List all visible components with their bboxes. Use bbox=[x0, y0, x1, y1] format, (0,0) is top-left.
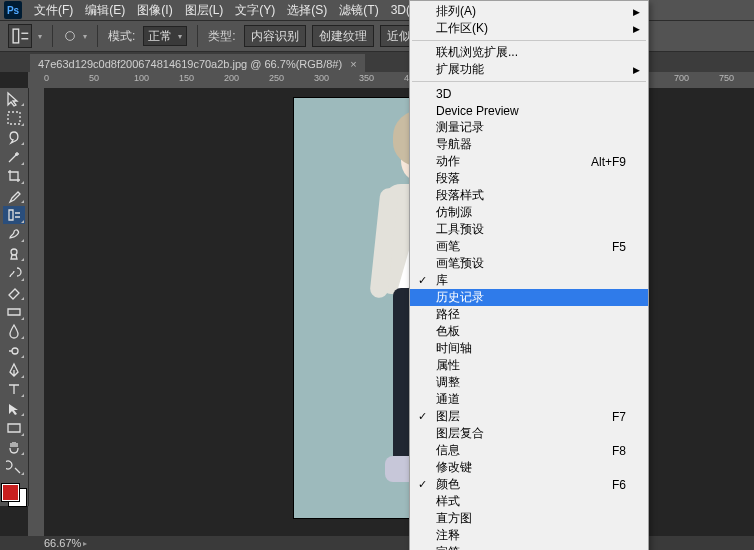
ruler-tick: 300 bbox=[314, 73, 329, 83]
shape-tool[interactable] bbox=[3, 419, 25, 436]
menu-item[interactable]: 图层(L) bbox=[179, 0, 230, 20]
blur-tool[interactable] bbox=[3, 323, 25, 340]
menu-entry[interactable]: 历史记录 bbox=[410, 289, 648, 306]
chevron-down-icon: ▾ bbox=[178, 32, 182, 41]
menu-entry[interactable]: 色板 bbox=[410, 323, 648, 340]
menu-entry-label: 段落样式 bbox=[436, 187, 484, 204]
menu-entry[interactable]: 图层复合 bbox=[410, 425, 648, 442]
content-aware-button[interactable]: 内容识别 bbox=[244, 25, 306, 47]
ruler-tick: 250 bbox=[269, 73, 284, 83]
stamp-tool[interactable] bbox=[3, 245, 25, 262]
menu-entry-label: 颜色 bbox=[436, 476, 460, 493]
menu-entry[interactable]: 修改键 bbox=[410, 459, 648, 476]
menu-entry-label: 修改键 bbox=[436, 459, 472, 476]
menu-entry[interactable]: 画笔F5 bbox=[410, 238, 648, 255]
ruler-tick: 150 bbox=[179, 73, 194, 83]
menu-entry[interactable]: 联机浏览扩展... bbox=[410, 44, 648, 61]
menu-item[interactable]: 文件(F) bbox=[28, 0, 79, 20]
ruler-tick: 750 bbox=[719, 73, 734, 83]
create-texture-button[interactable]: 创建纹理 bbox=[312, 25, 374, 47]
menu-entry[interactable]: ✓图层F7 bbox=[410, 408, 648, 425]
history-brush-tool[interactable] bbox=[3, 264, 25, 281]
vertical-ruler bbox=[28, 88, 45, 536]
sample-arrow[interactable]: ▾ bbox=[83, 32, 87, 41]
healing-brush-tool[interactable] bbox=[3, 206, 25, 223]
color-swatches[interactable] bbox=[2, 484, 26, 507]
mode-dropdown[interactable]: 正常▾ bbox=[143, 26, 187, 46]
zoom-level[interactable]: 66.67% bbox=[44, 537, 81, 549]
menu-item[interactable]: 选择(S) bbox=[281, 0, 333, 20]
sample-icon[interactable] bbox=[63, 29, 77, 43]
menu-entry[interactable]: 动作Alt+F9 bbox=[410, 153, 648, 170]
menu-entry-label: 扩展功能 bbox=[436, 61, 484, 78]
foreground-color-swatch[interactable] bbox=[2, 484, 19, 501]
crop-tool[interactable] bbox=[3, 168, 25, 185]
menu-item[interactable]: 图像(I) bbox=[131, 0, 178, 20]
menu-separator bbox=[412, 81, 646, 82]
menu-entry-label: 段落 bbox=[436, 170, 460, 187]
menu-entry[interactable]: 时间轴 bbox=[410, 340, 648, 357]
menu-entry[interactable]: 扩展功能▶ bbox=[410, 61, 648, 78]
hand-tool[interactable] bbox=[3, 439, 25, 456]
menu-entry[interactable]: 调整 bbox=[410, 374, 648, 391]
menu-entry-label: 排列(A) bbox=[436, 3, 476, 20]
menu-entry[interactable]: 工具预设 bbox=[410, 221, 648, 238]
menu-shortcut: F7 bbox=[612, 410, 626, 424]
menu-item[interactable]: 编辑(E) bbox=[79, 0, 131, 20]
menu-entry[interactable]: Device Preview bbox=[410, 102, 648, 119]
menu-entry-label: 动作 bbox=[436, 153, 460, 170]
menu-entry-label: 联机浏览扩展... bbox=[436, 44, 518, 61]
menu-entry[interactable]: 测量记录 bbox=[410, 119, 648, 136]
menu-entry-label: 工作区(K) bbox=[436, 20, 488, 37]
lasso-tool[interactable] bbox=[3, 129, 25, 146]
menu-entry[interactable]: ✓颜色F6 bbox=[410, 476, 648, 493]
menu-entry[interactable]: 路径 bbox=[410, 306, 648, 323]
mode-label: 模式: bbox=[108, 28, 135, 45]
dodge-tool[interactable] bbox=[3, 342, 25, 359]
menu-entry[interactable]: 信息F8 bbox=[410, 442, 648, 459]
app-logo: Ps bbox=[4, 1, 22, 19]
pen-tool[interactable] bbox=[3, 361, 25, 378]
ruler-tick: 700 bbox=[674, 73, 689, 83]
menu-entry-label: 库 bbox=[436, 272, 448, 289]
menu-entry[interactable]: 样式 bbox=[410, 493, 648, 510]
menu-entry[interactable]: 段落 bbox=[410, 170, 648, 187]
menu-entry[interactable]: 3D bbox=[410, 85, 648, 102]
status-menu-arrow[interactable]: ▸ bbox=[83, 539, 87, 548]
menu-entry-label: 直方图 bbox=[436, 510, 472, 527]
svg-point-3 bbox=[66, 32, 75, 41]
document-tab[interactable]: 47e63d129c0d8f200674814619c70a2b.jpg @ 6… bbox=[30, 54, 365, 74]
gradient-tool[interactable] bbox=[3, 303, 25, 320]
eyedropper-tool[interactable] bbox=[3, 187, 25, 204]
menu-entry[interactable]: 排列(A)▶ bbox=[410, 3, 648, 20]
tool-preset-arrow[interactable]: ▾ bbox=[38, 32, 42, 41]
menu-entry[interactable]: ✓库 bbox=[410, 272, 648, 289]
menu-item[interactable]: 滤镜(T) bbox=[333, 0, 384, 20]
menu-entry[interactable]: 画笔预设 bbox=[410, 255, 648, 272]
close-icon[interactable]: × bbox=[350, 58, 356, 70]
magic-wand-tool[interactable] bbox=[3, 148, 25, 165]
menu-entry[interactable]: 段落样式 bbox=[410, 187, 648, 204]
ruler-tick: 0 bbox=[44, 73, 49, 83]
path-selection-tool[interactable] bbox=[3, 400, 25, 417]
submenu-arrow-icon: ▶ bbox=[633, 65, 640, 75]
menu-entry[interactable]: 属性 bbox=[410, 357, 648, 374]
type-tool[interactable] bbox=[3, 381, 25, 398]
ruler-tick: 200 bbox=[224, 73, 239, 83]
menu-entry[interactable]: 直方图 bbox=[410, 510, 648, 527]
eraser-tool[interactable] bbox=[3, 284, 25, 301]
menu-entry-label: 信息 bbox=[436, 442, 460, 459]
menu-entry[interactable]: 导航器 bbox=[410, 136, 648, 153]
menu-entry[interactable]: 字符 bbox=[410, 544, 648, 550]
menu-entry[interactable]: 通道 bbox=[410, 391, 648, 408]
menu-entry[interactable]: 工作区(K)▶ bbox=[410, 20, 648, 37]
move-tool[interactable] bbox=[3, 90, 25, 107]
menu-entry[interactable]: 仿制源 bbox=[410, 204, 648, 221]
menu-item[interactable]: 文字(Y) bbox=[229, 0, 281, 20]
ruler-tick: 50 bbox=[89, 73, 99, 83]
brush-tool[interactable] bbox=[3, 226, 25, 243]
menu-entry[interactable]: 注释 bbox=[410, 527, 648, 544]
zoom-tool[interactable] bbox=[3, 458, 25, 475]
current-tool-indicator[interactable] bbox=[8, 24, 32, 48]
marquee-tool[interactable] bbox=[3, 109, 25, 126]
